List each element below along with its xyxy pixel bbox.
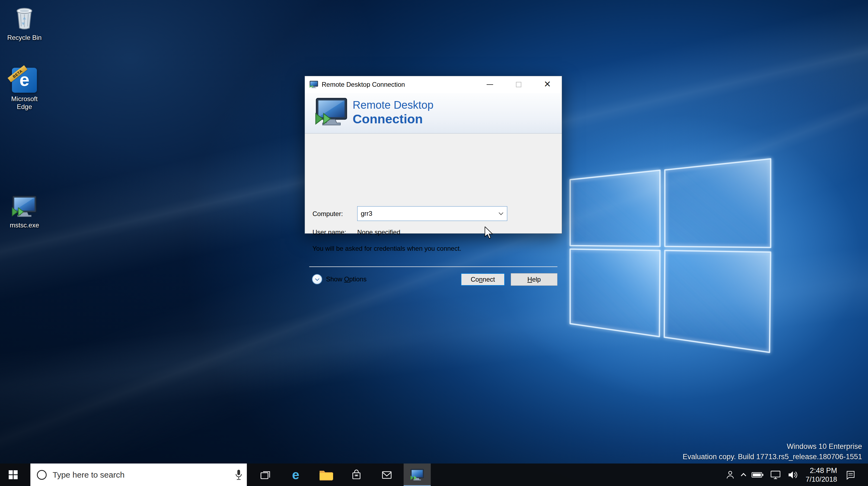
dialog-separator bbox=[309, 266, 557, 267]
remote-desktop-icon bbox=[410, 468, 424, 481]
connect-key: n bbox=[479, 276, 483, 283]
people-icon bbox=[725, 469, 736, 481]
taskbar-store-button[interactable] bbox=[343, 463, 370, 486]
dialog-header-banner: Remote Desktop Connection bbox=[305, 93, 562, 134]
cortana-icon bbox=[37, 470, 46, 480]
desktop-icon-label: Microsoft Edge bbox=[6, 95, 42, 110]
show-options-label: Show Options bbox=[326, 276, 367, 283]
maximize-icon bbox=[516, 82, 521, 87]
battery-icon bbox=[751, 472, 764, 478]
taskbar: e bbox=[0, 463, 868, 486]
windows-logo bbox=[556, 147, 786, 369]
help-post: elp bbox=[532, 276, 541, 283]
windows-start-icon bbox=[9, 470, 18, 479]
close-button[interactable]: × bbox=[533, 76, 562, 93]
help-key: H bbox=[527, 276, 532, 283]
edge-icon: e bbox=[292, 468, 300, 481]
task-view-icon bbox=[259, 468, 272, 481]
network-display-icon bbox=[770, 470, 781, 480]
chevron-down-icon bbox=[499, 210, 503, 215]
chevron-up-icon bbox=[741, 473, 746, 478]
remote-desktop-icon bbox=[11, 194, 37, 219]
desktop-icon-mstsc[interactable]: mstsc.exe bbox=[0, 194, 49, 229]
credentials-note: You will be asked for credentials when y… bbox=[312, 245, 461, 252]
clock-time: 2:48 PM bbox=[806, 466, 837, 475]
taskbar-remote-desktop-button[interactable] bbox=[404, 463, 431, 486]
taskbar-file-explorer-button[interactable] bbox=[312, 463, 340, 486]
volume-icon bbox=[787, 469, 799, 480]
hidden-icons-button[interactable] bbox=[742, 463, 745, 486]
desktop: Recycle Bin e BETA Microsoft Edge mstsc.… bbox=[0, 0, 868, 486]
taskbar-clock[interactable]: 2:48 PM 7/10/2018 bbox=[806, 466, 837, 484]
microphone-icon bbox=[234, 469, 243, 481]
start-button[interactable] bbox=[0, 463, 26, 486]
system-tray: 2:48 PM 7/10/2018 bbox=[725, 463, 868, 486]
close-icon: × bbox=[544, 78, 551, 90]
desktop-icon-microsoft-edge[interactable]: e BETA Microsoft Edge bbox=[0, 68, 49, 110]
desktop-icon-label: mstsc.exe bbox=[10, 221, 39, 229]
username-value: None specified bbox=[357, 228, 400, 236]
taskbar-search-box[interactable] bbox=[30, 463, 247, 486]
show-options-circle bbox=[312, 274, 322, 284]
taskbar-edge-button[interactable]: e bbox=[282, 463, 309, 486]
watermark-line1: Windows 10 Enterprise bbox=[683, 441, 862, 452]
microphone-button[interactable] bbox=[230, 469, 247, 481]
action-center-button[interactable] bbox=[845, 463, 856, 486]
combo-dropdown-button[interactable] bbox=[495, 206, 507, 221]
evaluation-watermark: Windows 10 Enterprise Evaluation copy. B… bbox=[683, 441, 862, 462]
watermark-line2: Evaluation copy. Build 17713.rs5_release… bbox=[683, 452, 862, 462]
banner-title-line2: Connection bbox=[352, 111, 423, 126]
rdc-dialog: Remote Desktop Connection × Remote Deskt… bbox=[305, 76, 562, 234]
battery-button[interactable] bbox=[751, 463, 764, 486]
taskbar-app-icons: e bbox=[252, 463, 434, 486]
dialog-titlebar[interactable]: Remote Desktop Connection × bbox=[305, 76, 562, 93]
caption-buttons: × bbox=[475, 76, 562, 93]
volume-button[interactable] bbox=[787, 463, 799, 486]
computer-value: grr3 bbox=[361, 210, 495, 217]
rdp-banner-icon bbox=[315, 97, 348, 127]
computer-label: Computer: bbox=[312, 210, 343, 218]
people-button[interactable] bbox=[725, 463, 736, 486]
action-center-icon bbox=[845, 469, 856, 481]
clock-date: 7/10/2018 bbox=[806, 475, 837, 484]
connect-button[interactable]: Connect bbox=[461, 273, 505, 286]
chevron-down-icon bbox=[315, 277, 319, 281]
maximize-button bbox=[504, 76, 533, 93]
connect-post: nect bbox=[483, 276, 495, 283]
so-post: ptions bbox=[349, 276, 367, 283]
desktop-icon-recycle-bin[interactable]: Recycle Bin bbox=[0, 4, 49, 41]
banner-title-line1: Remote Desktop bbox=[352, 99, 433, 111]
mail-icon bbox=[380, 468, 394, 481]
desktop-icon-label: Recycle Bin bbox=[7, 34, 42, 41]
store-icon bbox=[350, 468, 363, 481]
dialog-title: Remote Desktop Connection bbox=[322, 81, 405, 88]
minimize-button[interactable] bbox=[475, 76, 504, 93]
task-view-button[interactable] bbox=[252, 463, 279, 486]
minimize-icon bbox=[487, 84, 493, 85]
rdp-title-icon bbox=[309, 80, 318, 89]
show-options-button[interactable]: Show Options bbox=[312, 274, 367, 284]
edge-icon: e BETA bbox=[12, 68, 37, 93]
file-explorer-icon bbox=[319, 469, 333, 481]
connect-pre: Co bbox=[471, 276, 479, 283]
username-label: User name: bbox=[312, 228, 346, 236]
computer-combobox[interactable]: grr3 bbox=[357, 206, 507, 221]
network-button[interactable] bbox=[770, 463, 781, 486]
recycle-bin-icon bbox=[12, 4, 37, 31]
so-pre: Show bbox=[326, 276, 344, 283]
so-key: O bbox=[344, 276, 349, 283]
taskbar-mail-button[interactable] bbox=[373, 463, 400, 486]
help-button[interactable]: Help bbox=[511, 273, 557, 286]
search-input[interactable] bbox=[53, 470, 230, 480]
